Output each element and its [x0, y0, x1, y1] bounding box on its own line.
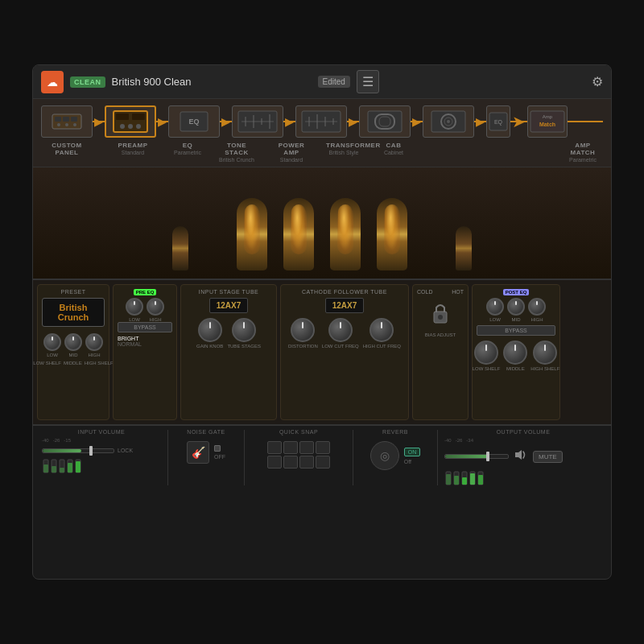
chain-item-amp-match[interactable]: Amp Match — [527, 105, 568, 138]
svg-marker-51 — [515, 450, 522, 460]
pre-eq-mid-knob[interactable] — [64, 333, 82, 351]
cathode-tube-section: CATHODE FOLLOWER TUBE 12AX7 DISTORTION L… — [280, 284, 409, 420]
chain-item-eq[interactable]: EQ — [168, 105, 220, 138]
divider-3 — [353, 430, 353, 485]
low-cut-label: LOW CUT FREQ — [322, 344, 359, 349]
reverb-section: REVERB ◎ ON Off — [355, 426, 436, 489]
chain-label-cab: CAB — [376, 142, 411, 149]
chain-item-transformer[interactable] — [359, 105, 411, 138]
svg-rect-9 — [132, 114, 145, 120]
mute-button[interactable]: MUTE — [533, 451, 563, 463]
svg-point-5 — [65, 123, 68, 126]
cathode-tube-label: 12AX7 — [325, 298, 365, 313]
chain-icon-eq: EQ — [168, 105, 220, 138]
snap-btn-5[interactable] — [267, 456, 282, 469]
chain-item-eq2[interactable]: EQ — [486, 105, 510, 138]
bias-cold-label: COLD — [417, 289, 432, 295]
noise-gate-toggle[interactable] — [214, 445, 221, 452]
high-cut-knob[interactable] — [369, 318, 394, 342]
low-cut-knob[interactable] — [328, 318, 353, 342]
post-shelf-high-knob[interactable] — [533, 341, 557, 365]
shelf-high-label: HIGH SHELF — [85, 361, 114, 365]
output-volume-title: OUTPUT VOLUME — [444, 429, 602, 435]
post-shelf-mid-group: MIDDLE — [503, 341, 527, 371]
chain-item-power-amp[interactable] — [295, 105, 347, 138]
settings-button[interactable]: ⚙ — [592, 74, 603, 89]
post-high-knob[interactable] — [528, 298, 546, 316]
tube-1 — [237, 198, 267, 270]
post-mid-label: MID — [512, 317, 521, 322]
pre-eq-low-knob[interactable] — [43, 333, 61, 351]
snap-btn-7[interactable] — [299, 456, 314, 469]
post-shelf-mid-label: MIDDLE — [506, 366, 525, 371]
pre-eq-high-knob[interactable] — [85, 333, 103, 351]
high-cut-label: HIGH CUT FREQ — [363, 344, 401, 349]
chain-icon-power-amp — [295, 105, 347, 138]
cathode-tube-title: CATHODE FOLLOWER TUBE — [285, 289, 404, 295]
pre-eq-high-label: HIGH — [89, 353, 101, 357]
preset-section: PRESET British Crunch LOW MID HIGH — [37, 284, 109, 420]
snap-btn-8[interactable] — [316, 456, 330, 469]
reverb-title: REVERB — [382, 429, 408, 435]
snap-btn-3[interactable] — [299, 441, 314, 454]
speaker-icon — [514, 448, 528, 462]
bright-high-knob[interactable] — [147, 298, 164, 316]
output-fader[interactable] — [444, 454, 509, 459]
svg-point-4 — [57, 123, 60, 126]
svg-rect-53 — [446, 474, 451, 485]
preset-display: British Crunch — [42, 298, 105, 327]
snap-btn-6[interactable] — [283, 456, 298, 469]
svg-point-12 — [136, 124, 141, 129]
svg-rect-8 — [116, 114, 129, 120]
post-eq-bypass[interactable]: BYPASS — [477, 325, 555, 336]
chain-item-custom-panel[interactable] — [41, 105, 93, 138]
input-fader[interactable] — [42, 448, 114, 453]
chain-item-preamp[interactable] — [105, 105, 156, 138]
bright-low-knob[interactable] — [126, 298, 143, 316]
post-shelf-low-group: LOW SHELF — [473, 341, 501, 371]
output-volume-section: OUTPUT VOLUME -40 -26 -34 MUTE — [440, 426, 607, 489]
post-low-label: LOW — [489, 317, 501, 322]
chain-track: ▶ ▶ — [41, 105, 603, 138]
gain-knob[interactable] — [198, 318, 222, 342]
bright-low-group: LOW — [126, 298, 143, 322]
high-cut-group: HIGH CUT FREQ — [363, 318, 401, 349]
chain-icon-tone-stack — [232, 105, 283, 138]
svg-rect-44 — [52, 466, 56, 473]
pre-eq-bypass[interactable]: BYPASS — [118, 322, 172, 332]
menu-button[interactable]: ☰ — [357, 70, 379, 93]
chain-icon-eq2: EQ — [486, 105, 510, 138]
tube-2 — [283, 198, 314, 270]
snap-btn-1[interactable] — [267, 441, 282, 454]
reverb-off-label: Off — [404, 459, 421, 464]
noise-gate-section: NOISE GATE 🎸 OFF — [170, 426, 242, 489]
normal-switch[interactable]: NORMAL — [118, 341, 172, 347]
input-tube-section: INPUT STAGE TUBE 12AX7 GAIN KNOB TUBE ST… — [180, 284, 277, 420]
pre-eq-low-group: LOW — [43, 333, 61, 357]
bright-switch[interactable]: BRIGHT — [118, 336, 172, 341]
snap-btn-2[interactable] — [283, 441, 298, 454]
post-mid-knob[interactable] — [507, 298, 525, 316]
distortion-knob[interactable] — [291, 318, 315, 342]
chain-arrow-3: ▶ — [221, 115, 230, 128]
post-low-knob[interactable] — [486, 298, 504, 316]
chain-item-tone-stack[interactable] — [232, 105, 283, 138]
svg-rect-3 — [71, 117, 77, 122]
chain-item-cab[interactable] — [423, 105, 474, 138]
input-volume-title: INPUT VOLUME — [42, 429, 161, 435]
tube-stages-label: TUBE STAGES — [227, 344, 261, 349]
chain-sublabel-transformer: British Style — [326, 150, 361, 155]
post-shelf-low-knob[interactable] — [474, 341, 498, 365]
svg-rect-42 — [43, 464, 48, 473]
post-mid-group: MID — [507, 298, 525, 322]
snap-btn-4[interactable] — [316, 441, 330, 454]
preset-display-name: British Crunch — [47, 303, 100, 322]
svg-text:Amp: Amp — [543, 114, 553, 119]
chain-icon-cab — [423, 105, 474, 138]
post-shelf-low-label: LOW SHELF — [473, 366, 501, 371]
svg-rect-2 — [63, 117, 69, 122]
tube-stages-knob[interactable] — [232, 318, 256, 342]
input-volume-section: INPUT VOLUME -40 -26 -15 LOCK — [37, 426, 166, 489]
post-shelf-mid-knob[interactable] — [503, 341, 527, 365]
logo-button[interactable]: ☁ — [41, 71, 64, 93]
